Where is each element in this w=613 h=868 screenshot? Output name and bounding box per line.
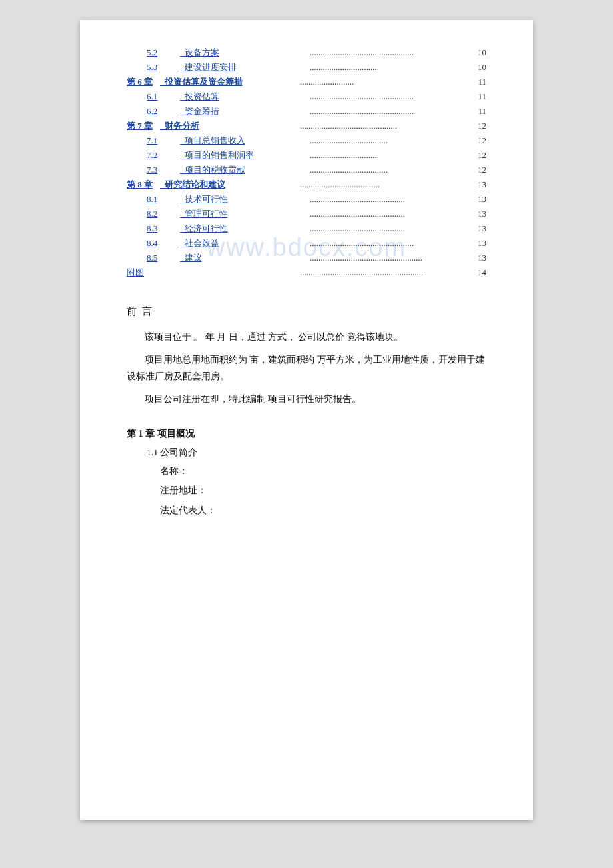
- toc-dots: ........................................…: [310, 253, 470, 263]
- toc-dots: ........................................…: [310, 209, 470, 219]
- toc-item: 5.3 建设进度安排..............................…: [127, 61, 486, 73]
- toc-number: 第 7 章: [127, 120, 160, 132]
- toc-dots: .....................................: [300, 179, 470, 190]
- toc-page: 13: [473, 238, 486, 249]
- toc-item: 6.2 资金筹措................................…: [127, 105, 486, 117]
- toc-title: 项目的销售利润率: [180, 149, 254, 161]
- toc-section: 5.2 设备方案................................…: [127, 47, 486, 279]
- toc-title: 投资估算: [180, 91, 219, 103]
- toc-number: 附图: [127, 267, 160, 279]
- toc-dots: .........................: [300, 77, 470, 87]
- paragraph-2: 项目用地总用地面积约为 亩，建筑面积约 万平方米，为工业用地性质，开发用于建设标…: [127, 351, 486, 385]
- toc-dots: ........................................…: [310, 47, 470, 58]
- preface-title: 前 言: [127, 305, 486, 318]
- toc-title: 项目总销售收入: [180, 135, 245, 147]
- field-address: 注册地址：: [127, 482, 486, 499]
- toc-page: 12: [473, 150, 486, 161]
- toc-page: 12: [473, 121, 486, 131]
- toc-page: 11: [473, 106, 486, 117]
- toc-title: 研究结论和建议: [160, 179, 225, 191]
- toc-page: 13: [473, 253, 486, 263]
- toc-title: 建设进度安排: [180, 61, 237, 73]
- toc-item: 5.2 设备方案................................…: [127, 47, 486, 59]
- toc-item: 7.1 项目总销售收入.............................…: [127, 135, 486, 147]
- toc-dots: ........................................…: [310, 106, 470, 117]
- toc-page: 12: [473, 135, 486, 146]
- section-1-1-title: 1.1 公司简介: [127, 447, 486, 459]
- toc-number: 7.1: [147, 135, 180, 146]
- toc-title: 投资估算及资金筹措: [160, 76, 243, 88]
- toc-page: 11: [473, 77, 486, 87]
- toc-number: 5.3: [147, 62, 180, 73]
- toc-title: 资金筹措: [180, 105, 219, 117]
- toc-title: 经济可行性: [180, 223, 228, 235]
- toc-dots: ........................................…: [300, 267, 470, 278]
- content-section: 前 言 该项目位于 。 年 月 日，通过 方式， 公司以总价 竞得该地块。 项目…: [127, 305, 486, 408]
- toc-dots: ........................................…: [310, 91, 470, 102]
- toc-page: 12: [473, 165, 486, 175]
- toc-title: 管理可行性: [180, 208, 228, 220]
- toc-title: 财务分析: [160, 120, 199, 132]
- document-page: www.bdocx.com 5.2 设备方案..................…: [80, 20, 533, 820]
- toc-page: 13: [473, 223, 486, 234]
- toc-page: 11: [473, 91, 486, 102]
- toc-dots: ........................................…: [310, 194, 470, 205]
- toc-dots: ........................................…: [310, 238, 470, 249]
- toc-dots: ................................: [310, 150, 470, 161]
- field-legal-rep: 法定代表人：: [127, 502, 486, 519]
- toc-page: 14: [473, 267, 486, 278]
- toc-item: 8.1 技术可行性...............................…: [127, 193, 486, 205]
- toc-item: 7.3 项目的税收贡献.............................…: [127, 164, 486, 176]
- toc-item: 8.2 管理可行性...............................…: [127, 208, 486, 220]
- toc-page: 13: [473, 194, 486, 205]
- toc-number: 8.3: [147, 223, 180, 234]
- toc-number: 第 8 章: [127, 179, 160, 191]
- toc-item: 附图......................................…: [127, 267, 486, 279]
- toc-title: 技术可行性: [180, 193, 228, 205]
- toc-item: 8.3 经济可行性...............................…: [127, 223, 486, 235]
- toc-item: 7.2 项目的销售利润率............................…: [127, 149, 486, 161]
- toc-item: 第 8 章 研究结论和建议...........................…: [127, 179, 486, 191]
- toc-number: 6.2: [147, 106, 180, 117]
- toc-title: 设备方案: [180, 47, 219, 59]
- toc-dots: ........................................…: [310, 223, 470, 234]
- chapter-1: 第 1 章 项目概况 1.1 公司简介 名称： 注册地址： 法定代表人：: [127, 428, 486, 519]
- toc-item: 第 6 章 投资估算及资金筹措.........................…: [127, 76, 486, 88]
- toc-dots: ....................................: [310, 165, 470, 175]
- toc-item: 8.5 建议..................................…: [127, 252, 486, 264]
- toc-number: 7.3: [147, 165, 180, 175]
- toc-number: 7.2: [147, 150, 180, 161]
- paragraph-1: 该项目位于 。 年 月 日，通过 方式， 公司以总价 竞得该地块。: [127, 329, 486, 346]
- toc-page: 10: [473, 47, 486, 58]
- toc-page: 10: [473, 62, 486, 73]
- toc-number: 8.5: [147, 253, 180, 263]
- toc-page: 13: [473, 209, 486, 219]
- toc-number: 8.2: [147, 209, 180, 219]
- toc-dots: ................................: [310, 62, 470, 73]
- paragraph-3: 项目公司注册在即，特此编制 项目可行性研究报告。: [127, 391, 486, 408]
- toc-title: 项目的税收贡献: [180, 164, 245, 176]
- toc-title: 社会效益: [180, 237, 219, 249]
- toc-number: 6.1: [147, 91, 180, 102]
- toc-number: 8.4: [147, 238, 180, 249]
- toc-number: 第 6 章: [127, 76, 160, 88]
- toc-item: 第 7 章 财务分析..............................…: [127, 120, 486, 132]
- toc-number: 5.2: [147, 47, 180, 58]
- chapter-1-title: 第 1 章 项目概况: [127, 428, 486, 440]
- toc-dots: ....................................: [310, 135, 470, 146]
- toc-item: 8.4 社会效益................................…: [127, 237, 486, 249]
- toc-item: 6.1 投资估算................................…: [127, 91, 486, 103]
- toc-page: 13: [473, 179, 486, 190]
- toc-title: 建议: [180, 252, 202, 264]
- toc-number: 8.1: [147, 194, 180, 205]
- field-name: 名称：: [127, 463, 486, 480]
- toc-dots: ........................................…: [300, 121, 470, 131]
